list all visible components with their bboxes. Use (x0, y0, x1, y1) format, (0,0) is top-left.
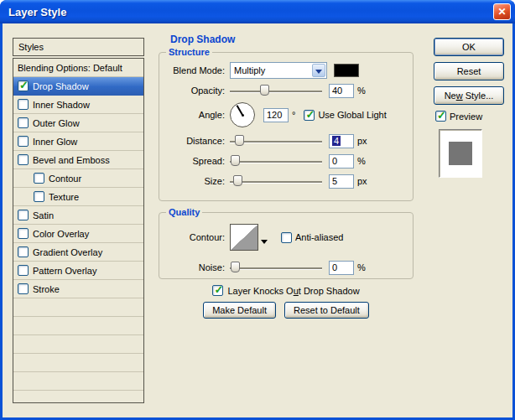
style-item-outer-glow[interactable]: Outer Glow (13, 114, 143, 132)
style-item-inner-glow[interactable]: Inner Glow (13, 132, 143, 151)
shadow-color-swatch[interactable] (334, 64, 359, 77)
stroke-checkbox[interactable] (18, 283, 29, 294)
distance-input[interactable]: 4 (329, 134, 354, 148)
layer-knocks-out-checkbox[interactable] (212, 285, 223, 296)
spread-input[interactable]: 0 (329, 154, 354, 169)
opacity-label: Opacity: (166, 86, 225, 96)
inner-glow-checkbox[interactable] (18, 136, 29, 147)
contour-picker[interactable] (230, 224, 258, 251)
slider-thumb[interactable] (235, 135, 244, 146)
styles-list: Blending Options: Default Drop Shadow In… (13, 58, 144, 403)
empty-row (13, 372, 143, 391)
style-item-drop-shadow[interactable]: Drop Shadow (13, 77, 143, 96)
style-item-label: Satin (33, 210, 54, 220)
new-style-button[interactable]: New Style... (434, 86, 504, 105)
blend-mode-select[interactable]: Multiply (230, 62, 327, 79)
empty-row (13, 298, 143, 317)
noise-unit: % (357, 262, 366, 272)
style-item-contour[interactable]: Contour (13, 169, 143, 188)
style-item-label: Blending Options: Default (18, 63, 122, 73)
style-item-bevel-and-emboss[interactable]: Bevel and Emboss (13, 151, 143, 169)
opacity-slider[interactable] (230, 84, 322, 97)
make-default-button[interactable]: Make Default (203, 302, 276, 319)
use-global-light-option[interactable]: Use Global Light (304, 110, 386, 121)
slider-track[interactable] (230, 161, 322, 163)
style-item-label: Inner Glow (33, 137, 77, 147)
bevel-emboss-checkbox[interactable] (18, 154, 29, 165)
slider-track[interactable] (230, 267, 322, 269)
page-title: Drop Shadow (170, 34, 235, 45)
opacity-unit: % (357, 86, 366, 96)
noise-slider[interactable] (230, 261, 322, 274)
slider-thumb[interactable] (260, 85, 269, 96)
style-item-label: Stroke (33, 284, 60, 294)
texture-checkbox[interactable] (34, 191, 44, 202)
contour-dropdown-icon[interactable] (261, 240, 268, 247)
style-item-stroke[interactable]: Stroke (13, 280, 143, 298)
style-item-label: Drop Shadow (33, 81, 89, 91)
close-button[interactable] (493, 3, 511, 20)
style-item-inner-shadow[interactable]: Inner Shadow (13, 96, 143, 114)
style-item-pattern-overlay[interactable]: Pattern Overlay (13, 262, 143, 280)
window-title: Layer Style (0, 6, 66, 18)
distance-unit: px (357, 136, 367, 146)
anti-aliased-label: Anti-aliased (295, 232, 343, 242)
empty-row (13, 335, 143, 354)
outer-glow-checkbox[interactable] (18, 117, 29, 128)
pattern-overlay-checkbox[interactable] (18, 265, 29, 276)
distance-value: 4 (332, 136, 341, 146)
style-item-label: Color Overlay (33, 229, 89, 239)
spread-unit: % (357, 156, 366, 166)
opacity-input[interactable]: 40 (329, 84, 354, 98)
style-item-blending-options[interactable]: Blending Options: Default (13, 59, 143, 77)
slider-track[interactable] (230, 181, 322, 183)
contour-checkbox[interactable] (34, 173, 44, 184)
reset-to-default-button[interactable]: Reset to Default (284, 302, 369, 319)
satin-checkbox[interactable] (18, 210, 29, 220)
preview-checkbox[interactable] (435, 111, 446, 122)
preview-option[interactable]: Preview (435, 111, 507, 122)
anti-aliased-option[interactable]: Anti-aliased (281, 232, 343, 243)
anti-aliased-checkbox[interactable] (281, 232, 292, 243)
slider-thumb[interactable] (233, 175, 242, 186)
slider-thumb[interactable] (231, 262, 240, 272)
structure-group-label: Structure (166, 47, 212, 57)
noise-label: Noise: (166, 262, 225, 272)
style-item-satin[interactable]: Satin (13, 206, 143, 225)
style-item-gradient-overlay[interactable]: Gradient Overlay (13, 243, 143, 262)
contour-label: Contour: (166, 232, 225, 242)
spread-label: Spread: (166, 156, 225, 166)
size-input[interactable]: 5 (329, 174, 354, 189)
noise-value: 0 (332, 262, 337, 272)
preview-thumbnail (439, 129, 482, 178)
drop-shadow-checkbox[interactable] (18, 80, 29, 91)
size-unit: px (357, 176, 367, 186)
style-item-color-overlay[interactable]: Color Overlay (13, 225, 143, 243)
opacity-value: 40 (332, 86, 342, 96)
spread-value: 0 (332, 156, 337, 166)
style-item-texture[interactable]: Texture (13, 188, 143, 206)
distance-slider[interactable] (230, 134, 322, 148)
slider-thumb[interactable] (231, 155, 240, 166)
blend-mode-value: Multiply (234, 65, 265, 75)
gradient-overlay-checkbox[interactable] (18, 246, 29, 257)
slider-track[interactable] (230, 91, 322, 92)
reset-button[interactable]: Reset (434, 62, 504, 80)
title-bar[interactable]: Layer Style (0, 0, 515, 23)
size-slider[interactable] (230, 174, 322, 188)
spread-slider[interactable] (230, 154, 322, 168)
angle-unit: ° (292, 110, 295, 120)
layer-knocks-out-option[interactable]: Layer Knocks Out Drop Shadow (159, 285, 414, 296)
inner-shadow-checkbox[interactable] (18, 99, 29, 110)
angle-dial[interactable] (230, 102, 255, 127)
angle-input[interactable]: 120 (263, 108, 289, 122)
ok-button[interactable]: OK (434, 38, 504, 56)
color-overlay-checkbox[interactable] (18, 228, 29, 239)
use-global-light-checkbox[interactable] (304, 110, 315, 121)
dialog-body: Styles Blending Options: Default Drop Sh… (3, 23, 512, 417)
chevron-down-icon[interactable] (312, 64, 325, 77)
style-item-label: Bevel and Emboss (33, 155, 110, 165)
distance-label: Distance: (166, 136, 225, 146)
noise-input[interactable]: 0 (329, 261, 354, 275)
style-item-label: Pattern Overlay (33, 266, 96, 276)
